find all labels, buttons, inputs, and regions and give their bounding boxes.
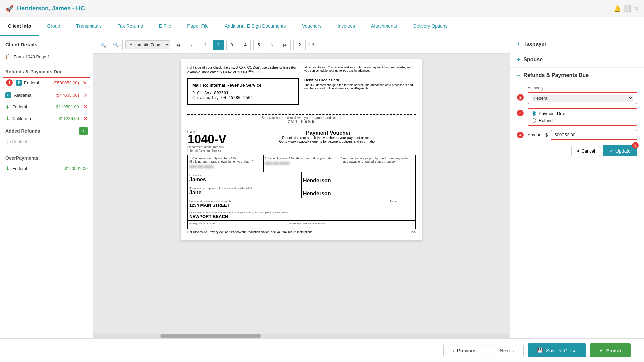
taxpayer-expand-icon: +: [517, 41, 520, 47]
badge-3: 3: [517, 110, 524, 116]
form-1040-item[interactable]: 📋 Form 1040 Page 1: [0, 51, 93, 62]
tab-attachments[interactable]: Attachments: [363, 17, 405, 36]
refund-radio[interactable]: [532, 118, 536, 123]
federal-refund-label: Federal: [12, 104, 53, 109]
spouse-first-cell: If a joint return, spouse's first name a…: [188, 185, 302, 198]
zoom-select[interactable]: Automatic Zoom 50% 75% 100% 125% 150% 20…: [125, 40, 170, 49]
amount-field-label: Amount: [528, 132, 543, 137]
voucher-layout: Form 1040-V Department of the Treasury I…: [187, 127, 416, 155]
next-arrow-icon: ›: [512, 348, 514, 353]
tab-delivery-options[interactable]: Delivery Options: [405, 17, 456, 36]
first-page-button[interactable]: ⏮: [173, 40, 183, 50]
zoom-out-button[interactable]: 🔍-: [99, 40, 109, 50]
overpayments-title: OverPayments: [0, 151, 93, 163]
tab-tax-returns[interactable]: Tax Returns: [110, 17, 151, 36]
next-label: Next: [500, 348, 510, 353]
california-remove-icon[interactable]: ✕: [83, 115, 88, 122]
tab-group[interactable]: Group: [39, 17, 68, 36]
page-3-button[interactable]: 3: [226, 40, 237, 50]
alabama-remove-icon[interactable]: ✕: [83, 92, 88, 98]
save-close-button[interactable]: 💾 Save & Close: [528, 343, 586, 357]
next-page-button[interactable]: ›: [267, 40, 277, 50]
finish-label: Finish: [606, 348, 621, 353]
refund-radio-item[interactable]: Refund: [532, 118, 633, 123]
no-content-label: No Content: [0, 138, 93, 148]
cut-line: Separate here and mail with your payment…: [187, 114, 416, 123]
taxpayer-section-header[interactable]: + Taxpayer: [510, 36, 644, 52]
client-details-title: Client Details: [0, 42, 93, 51]
maximize-icon[interactable]: ⬜: [624, 5, 631, 12]
tab-additional-e-sign[interactable]: Additional E-Sign Documents: [217, 17, 294, 36]
horizontal-scrollbar[interactable]: [93, 334, 510, 338]
address-cell: Home address (number and street) 1234 MA…: [188, 198, 388, 209]
city-cell: City, town or post office. If you have a…: [188, 209, 339, 220]
close-icon[interactable]: ✕: [634, 5, 639, 12]
mail-to-box: Mail To: Internal Revenue Service P.O. B…: [187, 78, 299, 105]
window-controls: 🔔 ⬜ ✕: [613, 5, 639, 12]
spouse-label: If a joint return, spouse's first name a…: [189, 187, 300, 190]
voucher-title: Payment Voucher: [244, 130, 413, 136]
finish-button[interactable]: ✓ Finish: [590, 343, 631, 357]
payment-due-radio[interactable]: [532, 111, 536, 116]
spouse-last-cell: Henderson: [302, 185, 415, 198]
prev-page-button[interactable]: ‹: [186, 40, 197, 50]
refunds-section-content: 2 Authority Federal Alabama California: [510, 83, 644, 162]
payment-due-radio-item[interactable]: Payment Due: [532, 111, 633, 116]
form-row-city: City, town or post office. If you have a…: [187, 209, 416, 221]
alabama-item[interactable]: P Alabama ($47065.00) ✕: [0, 89, 93, 101]
next-button[interactable]: Next ›: [490, 344, 524, 357]
daa-label: DAA: [409, 230, 416, 234]
badge-1: 1: [6, 79, 13, 86]
scrollbar-thumb: [160, 334, 261, 338]
cut-here-label: CUT HERE: [187, 120, 416, 123]
california-value: $11286.00: [59, 116, 79, 121]
spouse-section-header[interactable]: + Spouse: [510, 52, 644, 67]
ssn-label-1: 1 Your social security number (SSN)(if a…: [189, 157, 262, 163]
add-refund-button[interactable]: +: [79, 127, 88, 135]
doc-content[interactable]: right side of your check like this: $ XX…: [93, 54, 510, 334]
refunds-section-header[interactable]: − Refunds & Payments Due: [510, 68, 644, 83]
tab-invoices[interactable]: Invoices: [330, 17, 363, 36]
amount-cell: 3 Amount you are paying by check or mone…: [339, 155, 415, 172]
client-title: Henderson, James - HC: [17, 5, 85, 12]
amount-input[interactable]: [551, 130, 637, 139]
mail-to-title: Mail To: Internal Revenue Service: [192, 83, 294, 88]
california-label: California: [12, 116, 56, 121]
federal-remove-icon[interactable]: ✕: [83, 80, 87, 86]
apt-label: Apt. no.: [390, 200, 414, 203]
authority-highlight: Federal Alabama California: [528, 92, 637, 104]
refund-icon-overpayment: ⬇: [5, 165, 10, 172]
overpayment-federal-item[interactable]: ⬇ Federal $120501.00: [0, 163, 93, 174]
page-number-input[interactable]: [293, 40, 306, 50]
page-separator: /: [308, 42, 310, 47]
previous-button[interactable]: ‹ Previous: [443, 344, 486, 357]
tab-vouchers[interactable]: Vouchers: [294, 17, 329, 36]
added-refunds-title: Added Refunds: [5, 128, 40, 134]
tab-e-file[interactable]: E-File: [151, 17, 179, 36]
federal-refund-remove-icon[interactable]: ✕: [83, 104, 88, 110]
authority-select[interactable]: Federal Alabama California: [532, 95, 633, 102]
california-item[interactable]: ⬇ California $11286.00 ✕: [0, 113, 93, 124]
first-name-value: James: [189, 177, 300, 183]
notification-icon[interactable]: 🔔: [613, 5, 621, 12]
page-4-button[interactable]: 4: [240, 40, 251, 50]
page-1-button[interactable]: 1: [200, 40, 210, 50]
zoom-in-button[interactable]: 🔍+: [112, 40, 123, 50]
tab-paper-file[interactable]: Paper File: [179, 17, 217, 36]
separate-here-text: Separate here and mail with your payment…: [187, 116, 416, 120]
tab-client-info[interactable]: Client Info: [0, 17, 39, 36]
last-page-button[interactable]: ⏭: [280, 40, 291, 50]
page-5-button[interactable]: 5: [253, 40, 264, 50]
city-label: City, town or post office. If you have a…: [189, 211, 338, 214]
federal-refund-item[interactable]: ⬇ Federal $119501.00 ✕: [0, 101, 93, 113]
page-2-button[interactable]: 2: [213, 40, 224, 50]
ssn-value-2: XXX-XX-XXXX: [265, 161, 338, 165]
payment-icon-alabama: P: [5, 92, 11, 98]
state-cell: [339, 209, 415, 220]
cancel-button[interactable]: ✕ Cancel: [571, 146, 600, 156]
tab-transmittals[interactable]: Transmittals: [68, 17, 110, 36]
federal-payment-item[interactable]: 1 P Federal ($500052.00) ✕: [3, 77, 90, 88]
spouse-title: Spouse: [523, 57, 543, 63]
refund-icon-california: ⬇: [5, 115, 10, 122]
title-bar: 🚀 Henderson, James - HC 🔔 ⬜ ✕: [0, 0, 644, 17]
